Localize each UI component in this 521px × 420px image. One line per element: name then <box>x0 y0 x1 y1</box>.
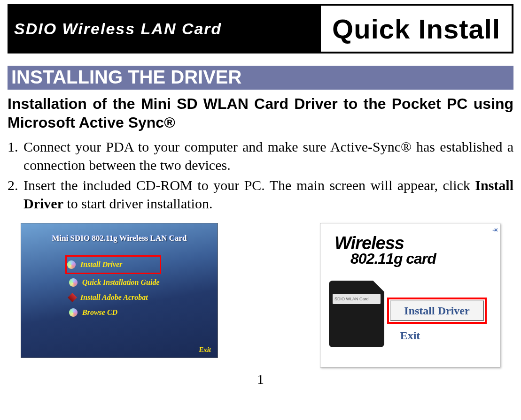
disc-icon <box>69 278 78 287</box>
screenshots-row: Mini SDIO 802.11g Wireless LAN Card Inst… <box>8 223 513 367</box>
card-label: SDIO WLAN Card <box>333 294 381 304</box>
title-line1: Wireless <box>334 235 436 252</box>
menu-install-driver[interactable]: Install Driver <box>67 257 159 272</box>
installer-title: Mini SDIO 802.11g Wireless LAN Card <box>21 223 218 243</box>
acrobat-icon <box>68 293 77 302</box>
step-body: Connect your PDA to your computer and ma… <box>23 137 513 174</box>
menu-label: Install Driver <box>80 260 122 269</box>
menu-install-acrobat[interactable]: Install Adobe Acrobat <box>69 290 159 305</box>
installer-big-title: Wireless 802.11g card <box>334 235 436 266</box>
title-banner: SDIO Wireless LAN Card Quick Install <box>8 4 513 53</box>
title-line2: 802.11g card <box>350 252 436 266</box>
menu-label: Install Adobe Acrobat <box>80 293 148 302</box>
menu-label: Browse CD <box>82 308 117 317</box>
menu-browse-cd[interactable]: Browse CD <box>69 305 159 320</box>
installer-screenshot-right: – × Wireless 802.11g card SDIO WLAN Card… <box>320 223 500 367</box>
disc-icon <box>69 308 78 317</box>
installer-screenshot-left: Mini SDIO 802.11g Wireless LAN Card Inst… <box>21 223 218 358</box>
section-heading: INSTALLING THE DRIVER <box>8 66 513 90</box>
exit-button[interactable]: Exit <box>320 329 500 342</box>
card-notch <box>373 280 385 292</box>
banner-left: SDIO Wireless LAN Card <box>9 6 319 52</box>
install-driver-highlight: Install Driver <box>387 298 487 324</box>
window-controls[interactable]: – × <box>492 226 496 234</box>
step-text-b: to start driver installation. <box>63 196 212 211</box>
disc-icon <box>67 260 76 269</box>
sub-heading: Installation of the Mini SD WLAN Card Dr… <box>8 94 513 132</box>
installer-menu: Install Driver Quick Installation Guide … <box>69 257 159 320</box>
step-1: 1. Connect your PDA to your computer and… <box>8 137 513 174</box>
step-text-a: Insert the included CD-ROM to your PC. T… <box>23 177 475 193</box>
step-2: 2. Insert the included CD-ROM to your PC… <box>8 176 513 213</box>
step-number: 1. <box>8 137 23 174</box>
step-list: 1. Connect your PDA to your computer and… <box>8 137 513 213</box>
banner-right: Quick Install <box>319 6 512 52</box>
step-body: Insert the included CD-ROM to your PC. T… <box>23 176 513 213</box>
page-number: 1 <box>8 371 513 387</box>
install-driver-button[interactable]: Install Driver <box>390 300 484 321</box>
exit-button[interactable]: Exit <box>199 346 211 354</box>
menu-quick-guide[interactable]: Quick Installation Guide <box>69 275 159 290</box>
step-number: 2. <box>8 176 23 213</box>
menu-label: Quick Installation Guide <box>82 278 159 287</box>
